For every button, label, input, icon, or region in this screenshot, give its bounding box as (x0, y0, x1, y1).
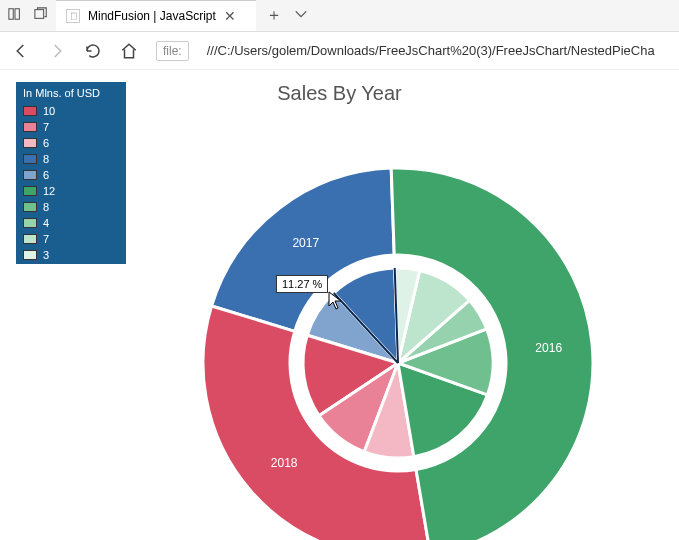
legend-item[interactable]: 7 (17, 119, 125, 135)
svg-rect-1 (15, 8, 19, 19)
legend-swatch (23, 250, 37, 260)
legend-swatch (23, 154, 37, 164)
legend-swatch (23, 170, 37, 180)
legend-swatch (23, 122, 37, 132)
legend-label: 4 (43, 217, 49, 229)
legend-item[interactable]: 8 (17, 199, 125, 215)
forward-button (48, 42, 66, 60)
legend-label: 8 (43, 153, 49, 165)
page-content: In Mlns. of USD 107686128473 Sales By Ye… (0, 70, 679, 540)
browser-tab[interactable]: ⎕ MindFusion | JavaScript ✕ (56, 0, 256, 31)
ring-label: 2017 (292, 236, 319, 250)
tab-title: MindFusion | JavaScript (88, 9, 216, 23)
chart-legend: In Mlns. of USD 107686128473 (16, 82, 126, 264)
legend-label: 12 (43, 185, 55, 197)
chart-tooltip: 11.27 % (276, 275, 328, 293)
legend-item[interactable]: 8 (17, 151, 125, 167)
tab-actions: ＋ (256, 0, 318, 31)
legend-item[interactable]: 4 (17, 215, 125, 231)
tab-favicon-icon: ⎕ (66, 9, 80, 23)
cursor-icon (328, 291, 344, 315)
new-tab-icon[interactable]: ＋ (266, 5, 282, 26)
home-button[interactable] (120, 42, 138, 60)
svg-rect-0 (9, 8, 13, 19)
url-scheme-badge: file: (156, 41, 189, 61)
legend-label: 3 (43, 249, 49, 261)
legend-swatch (23, 218, 37, 228)
address-bar[interactable]: ///C:/Users/golem/Downloads/FreeJsChart%… (207, 43, 655, 58)
browser-titlebar: ⎕ MindFusion | JavaScript ✕ ＋ (0, 0, 679, 32)
legend-item[interactable]: 3 (17, 247, 125, 263)
legend-title: In Mlns. of USD (17, 83, 125, 103)
svg-rect-2 (35, 9, 44, 18)
nested-pie-chart[interactable]: 201720182016 11.27 % (148, 113, 648, 540)
back-button[interactable] (12, 42, 30, 60)
legend-label: 6 (43, 137, 49, 149)
legend-label: 10 (43, 105, 55, 117)
window-controls (0, 0, 56, 31)
tab-dropdown-icon[interactable] (294, 7, 308, 25)
legend-swatch (23, 138, 37, 148)
legend-swatch (23, 202, 37, 212)
legend-swatch (23, 186, 37, 196)
tab-close-icon[interactable]: ✕ (224, 8, 236, 24)
legend-label: 7 (43, 121, 49, 133)
tabs-aside-icon[interactable] (8, 7, 22, 25)
legend-label: 8 (43, 201, 49, 213)
refresh-button[interactable] (84, 42, 102, 60)
legend-item[interactable]: 7 (17, 231, 125, 247)
browser-toolbar: file: ///C:/Users/golem/Downloads/FreeJs… (0, 32, 679, 70)
legend-label: 6 (43, 169, 49, 181)
ring-label: 2016 (535, 341, 562, 355)
legend-item[interactable]: 6 (17, 135, 125, 151)
legend-swatch (23, 234, 37, 244)
legend-item[interactable]: 10 (17, 103, 125, 119)
ring-label: 2018 (271, 456, 298, 470)
legend-swatch (23, 106, 37, 116)
legend-item[interactable]: 6 (17, 167, 125, 183)
show-tabs-icon[interactable] (34, 7, 48, 25)
legend-item[interactable]: 12 (17, 183, 125, 199)
legend-label: 7 (43, 233, 49, 245)
